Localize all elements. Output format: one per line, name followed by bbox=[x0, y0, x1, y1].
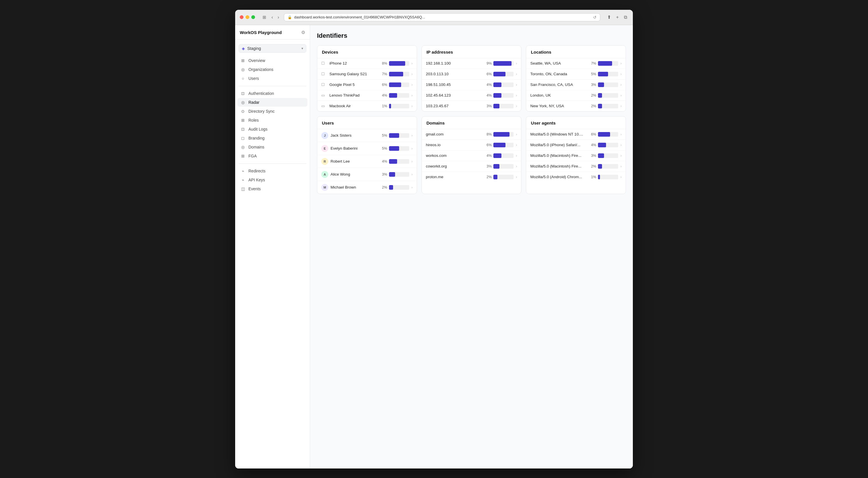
sidebar-item-radar[interactable]: ◎ Radar bbox=[238, 98, 308, 107]
table-row[interactable]: Toronto, ON, Canada5%› bbox=[526, 69, 626, 80]
table-row[interactable]: gmail.com8%› bbox=[422, 129, 521, 140]
row-bar bbox=[389, 185, 393, 190]
close-button[interactable] bbox=[240, 15, 244, 19]
table-row[interactable]: hireos.io6%› bbox=[422, 140, 521, 150]
sidebar-item-events[interactable]: ◫ Events bbox=[238, 184, 308, 193]
minimize-button[interactable] bbox=[246, 15, 249, 19]
user-icon: ○ bbox=[240, 76, 246, 81]
row-label: Samsung Galaxy S21 bbox=[330, 72, 379, 76]
row-label: Evelyn Baberini bbox=[331, 146, 379, 150]
table-row[interactable]: New York, NY, USA2%› bbox=[526, 101, 626, 111]
table-row[interactable]: EEvelyn Baberini5%› bbox=[317, 142, 417, 155]
table-row[interactable]: London, UK2%› bbox=[526, 90, 626, 101]
row-bar bbox=[493, 104, 499, 109]
fga-icon: ⊞ bbox=[240, 154, 246, 158]
sidebar-nav-top: ⊞ Overview ◎ Organizations ○ Users bbox=[235, 56, 310, 83]
table-row[interactable]: ☐Google Pixel 56%› bbox=[317, 80, 417, 90]
sidebar-item-organizations[interactable]: ◎ Organizations bbox=[238, 65, 308, 74]
row-label: Mozilla/5.0 (Android) Chrom... bbox=[530, 175, 588, 179]
row-bar bbox=[598, 143, 606, 147]
table-row[interactable]: JJack Sisters5%› bbox=[317, 129, 417, 142]
row-percentage: 8% bbox=[484, 132, 492, 137]
row-bar-container bbox=[598, 143, 618, 147]
chevron-right-icon: › bbox=[516, 83, 517, 87]
chevron-right-icon: › bbox=[516, 72, 517, 76]
table-row[interactable]: ▭Macbook Air1%› bbox=[317, 101, 417, 111]
row-bar-container bbox=[389, 72, 409, 77]
row-bar-container bbox=[389, 159, 409, 164]
table-row[interactable]: ▭Lenovo ThinkPad4%› bbox=[317, 90, 417, 101]
table-row[interactable]: ☐Samsung Galaxy S217%› bbox=[317, 69, 417, 80]
avatar: A bbox=[321, 171, 328, 178]
env-selector[interactable]: ◈ Staging ▾ bbox=[239, 44, 306, 53]
sidebar-item-users[interactable]: ○ Users bbox=[238, 74, 308, 83]
sidebar-nav-mid: ⊡ Authentication ◎ Radar ⊙ Directory Syn… bbox=[235, 89, 310, 160]
share-button[interactable]: ⬆ bbox=[606, 14, 612, 21]
address-bar[interactable]: 🔒 dashboard.workos-test.com/environment_… bbox=[284, 13, 600, 21]
table-row[interactable]: 192.168.1.1009%› bbox=[422, 58, 521, 69]
domains-card: Domains gmail.com8%›hireos.io6%›workos.c… bbox=[422, 116, 522, 194]
row-bar bbox=[493, 153, 501, 158]
sidebar-item-audit-logs[interactable]: ⊡ Audit Logs bbox=[238, 125, 308, 133]
sidebar-item-domains[interactable]: ◎ Domains bbox=[238, 143, 308, 151]
sidebar-item-api-keys[interactable]: ⌁ API Keys bbox=[238, 176, 308, 184]
table-row[interactable]: ☐iPhone 128%› bbox=[317, 58, 417, 69]
new-tab-button[interactable]: + bbox=[615, 14, 620, 21]
sidebar: WorkOS Playground ⚙ ◈ Staging ▾ ⊞ Overvi… bbox=[235, 25, 310, 469]
api-keys-icon: ⌁ bbox=[240, 178, 246, 182]
table-row[interactable]: RRobert Lee4%› bbox=[317, 155, 417, 168]
sidebar-label-organizations: Organizations bbox=[248, 67, 273, 72]
nav-back-button[interactable]: ‹ bbox=[270, 14, 274, 21]
row-bar-container bbox=[389, 104, 409, 109]
sidebar-item-authentication[interactable]: ⊡ Authentication bbox=[238, 89, 308, 98]
row-percentage: 6% bbox=[484, 143, 492, 147]
table-row[interactable]: Mozilla/5.0 (Windows NT 10....6%› bbox=[526, 129, 626, 140]
sidebar-item-branding[interactable]: ◻ Branding bbox=[238, 134, 308, 142]
nav-forward-button[interactable]: › bbox=[276, 14, 280, 21]
table-row[interactable]: San Francisco, CA, USA3%› bbox=[526, 80, 626, 90]
sidebar-item-roles[interactable]: ⊞ Roles bbox=[238, 116, 308, 124]
table-row[interactable]: 102.45.64.1234%› bbox=[422, 90, 521, 101]
table-row[interactable]: proton.me2%› bbox=[422, 172, 521, 182]
table-row[interactable]: 198.51.100.454%› bbox=[422, 80, 521, 90]
devices-card-header: Devices bbox=[317, 46, 417, 58]
row-label: coworkit.org bbox=[426, 164, 484, 168]
gear-icon[interactable]: ⚙ bbox=[301, 30, 305, 35]
row-bar-container bbox=[598, 132, 618, 137]
row-label: Mozilla/5.0 (Macintosh) Fire... bbox=[530, 153, 588, 158]
chevron-right-icon: › bbox=[516, 61, 517, 65]
table-row[interactable]: Mozilla/5.0 (iPhone) Safari/...4%› bbox=[526, 140, 626, 150]
table-row[interactable]: 103.23.45.673%› bbox=[422, 101, 521, 111]
table-row[interactable]: MMichael Brown2%› bbox=[317, 181, 417, 194]
sidebar-item-redirects[interactable]: ⌁ Redirects bbox=[238, 167, 308, 175]
sidebar-toggle-button[interactable]: ⊞ bbox=[261, 14, 268, 21]
table-row[interactable]: Seattle, WA, USA7%› bbox=[526, 58, 626, 69]
table-row[interactable]: coworkit.org3%› bbox=[422, 161, 521, 172]
env-icon: ◈ bbox=[242, 46, 245, 51]
row-label: 103.23.45.67 bbox=[426, 104, 484, 108]
ip-card-header: IP addresses bbox=[422, 46, 521, 58]
table-row[interactable]: Mozilla/5.0 (Android) Chrom...1%› bbox=[526, 172, 626, 182]
row-bar bbox=[493, 132, 509, 137]
table-row[interactable]: 203.0.113.106%› bbox=[422, 69, 521, 80]
tab-overview-button[interactable]: ⧉ bbox=[623, 14, 628, 21]
sidebar-item-overview[interactable]: ⊞ Overview bbox=[238, 56, 308, 65]
device-icon: ☐ bbox=[321, 83, 327, 87]
table-row[interactable]: Mozilla/5.0 (Macintosh) Fire...2%› bbox=[526, 161, 626, 172]
chevron-right-icon: › bbox=[411, 133, 413, 138]
maximize-button[interactable] bbox=[251, 15, 255, 19]
row-bar-container bbox=[598, 72, 618, 77]
chevron-right-icon: › bbox=[516, 132, 517, 137]
sidebar-item-directory-sync[interactable]: ⊙ Directory Sync bbox=[238, 107, 308, 116]
row-bar-container bbox=[493, 83, 514, 87]
reload-icon[interactable]: ↺ bbox=[593, 15, 596, 20]
sidebar-item-fga[interactable]: ⊞ FGA bbox=[238, 152, 308, 160]
table-row[interactable]: AAlice Wong3%› bbox=[317, 168, 417, 181]
chevron-right-icon: › bbox=[620, 132, 622, 137]
row-bar-container bbox=[493, 93, 514, 98]
user-agents-card-header: User agents bbox=[526, 117, 626, 129]
row-percentage: 3% bbox=[484, 104, 492, 108]
table-row[interactable]: workos.com4%› bbox=[422, 150, 521, 161]
table-row[interactable]: Mozilla/5.0 (Macintosh) Fire...3%› bbox=[526, 150, 626, 161]
audit-icon: ⊡ bbox=[240, 127, 246, 131]
